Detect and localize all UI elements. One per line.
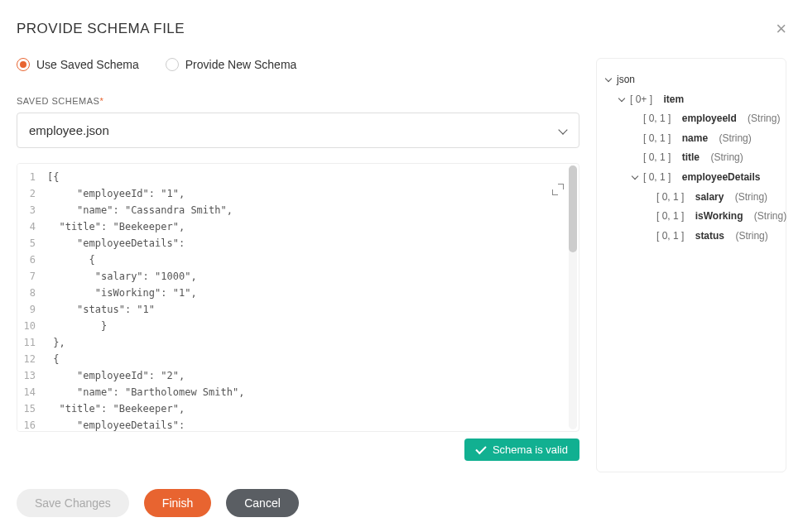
- tree-node-status[interactable]: [ 0, 1 ] status (String): [605, 227, 777, 247]
- finish-button[interactable]: Finish: [144, 489, 211, 517]
- radio-use-saved[interactable]: Use Saved Schema: [17, 58, 139, 71]
- chevron-down-icon: [559, 127, 567, 135]
- page-title: PROVIDE SCHEMA FILE: [17, 21, 185, 37]
- saved-schemas-value: employee.json: [29, 123, 109, 137]
- editor-code[interactable]: [{ "employeeId": "1", "name": "Cassandra…: [41, 164, 579, 431]
- close-icon[interactable]: ×: [776, 20, 786, 38]
- tree-node-root[interactable]: json: [605, 70, 777, 90]
- radio-label: Use Saved Schema: [36, 58, 139, 71]
- schema-mode-radios: Use Saved Schema Provide New Schema: [17, 58, 579, 71]
- expand-icon[interactable]: [552, 184, 564, 195]
- tree-node-item[interactable]: [ 0+ ] item: [605, 90, 777, 110]
- saved-schemas-select[interactable]: employee.json: [17, 113, 579, 148]
- validation-text: Schema is valid: [493, 443, 568, 456]
- cancel-button[interactable]: Cancel: [226, 489, 299, 517]
- tree-node-employeeId[interactable]: [ 0, 1 ] employeeId (String): [605, 109, 777, 129]
- radio-label: Provide New Schema: [185, 58, 297, 71]
- save-changes-button: Save Changes: [17, 489, 129, 517]
- caret-down-icon: [618, 96, 626, 103]
- editor-gutter: 12345678910111213141516: [17, 164, 41, 431]
- radio-provide-new[interactable]: Provide New Schema: [166, 58, 297, 71]
- saved-schemas-label: SAVED SCHEMAS*: [17, 96, 579, 106]
- validation-badge: Schema is valid: [464, 439, 579, 461]
- scrollbar-thumb[interactable]: [569, 165, 577, 252]
- caret-down-icon: [632, 174, 639, 181]
- radio-icon: [166, 58, 179, 71]
- tree-node-name[interactable]: [ 0, 1 ] name (String): [605, 129, 777, 149]
- check-icon: [475, 443, 486, 453]
- tree-node-title[interactable]: [ 0, 1 ] title (String): [605, 148, 777, 168]
- caret-down-icon: [605, 76, 613, 84]
- tree-node-isWorking[interactable]: [ 0, 1 ] isWorking (String): [605, 207, 777, 227]
- tree-node-salary[interactable]: [ 0, 1 ] salary (String): [605, 188, 777, 208]
- schema-tree-panel: json [ 0+ ] item [ 0, 1 ] employeeId (St…: [596, 58, 786, 472]
- tree-node-employeeDetails[interactable]: [ 0, 1 ] employeeDetails: [605, 168, 777, 188]
- radio-icon: [17, 58, 30, 71]
- schema-editor[interactable]: 12345678910111213141516 [{ "employeeId":…: [17, 163, 579, 432]
